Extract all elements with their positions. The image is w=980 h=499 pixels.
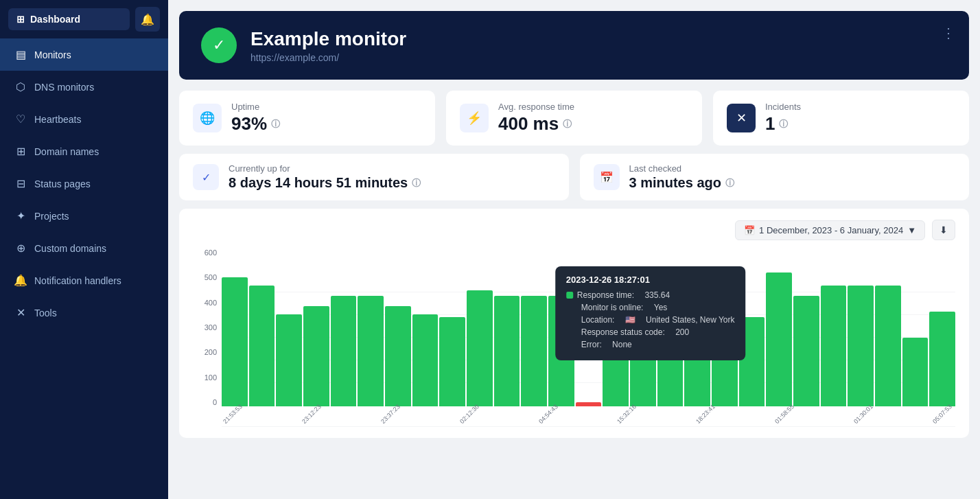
chart-bar[interactable]	[467, 290, 493, 406]
y-label: 0	[193, 398, 217, 406]
last-checked-card: 📅 Last checked 3 minutes ago ⓘ	[580, 154, 970, 200]
sidebar-item-label: Heartbeats	[34, 114, 81, 125]
monitor-header: ✓ Example monitor https://example.com/ ⋮	[179, 11, 969, 80]
dashboard-icon: ⊞	[16, 14, 25, 25]
incidents-value: 1 ⓘ	[765, 113, 801, 135]
last-checked-info: Last checked 3 minutes ago ⓘ	[629, 163, 734, 191]
chart-bar[interactable]	[848, 286, 874, 406]
chart-bar[interactable]	[276, 314, 302, 406]
download-button[interactable]: ⬇	[932, 220, 955, 240]
chart-bar[interactable]	[766, 272, 792, 407]
chart-bar[interactable]	[412, 314, 439, 406]
download-icon: ⬇	[940, 224, 948, 235]
sidebar-item-label: Tools	[34, 307, 57, 318]
uptime-info-icon[interactable]: ⓘ	[271, 118, 280, 130]
chart-bar[interactable]	[521, 296, 547, 406]
dashboard-label: Dashboard	[30, 14, 80, 25]
projects-icon: ✦	[14, 209, 27, 222]
chart-bar[interactable]	[657, 296, 684, 406]
bell-icon: 🔔	[141, 13, 154, 26]
avg-response-label: Avg. response time	[498, 102, 574, 112]
monitor-status-icon: ✓	[201, 27, 237, 63]
chart-bar[interactable]	[902, 338, 929, 406]
chart-bar[interactable]	[494, 296, 520, 406]
close-circle-icon: ✕	[727, 104, 756, 132]
notification-bell-button[interactable]: 🔔	[135, 7, 160, 32]
chart-bar[interactable]	[576, 402, 602, 406]
sidebar-item-dns-monitors[interactable]: ⬡ DNS monitors	[0, 71, 168, 103]
date-range-label: 1 December, 2023 - 6 January, 2024	[759, 225, 903, 235]
chart-bar[interactable]	[712, 306, 738, 406]
avg-response-value: 400 ms ⓘ	[498, 113, 574, 135]
chart-bar[interactable]	[331, 296, 357, 406]
chart-bar[interactable]	[630, 320, 656, 407]
sidebar-item-heartbeats[interactable]: ♡ Heartbeats	[0, 103, 168, 135]
chart-toolbar: 📅 1 December, 2023 - 6 January, 2024 ▼ ⬇	[193, 220, 955, 240]
notification-icon: 🔔	[14, 274, 27, 287]
chevron-down-icon: ▼	[907, 225, 916, 235]
y-label: 200	[193, 348, 217, 356]
incidents-label: Incidents	[765, 102, 801, 112]
status-pages-icon: ⊟	[14, 177, 27, 190]
sidebar-item-monitors[interactable]: ▤ Monitors	[0, 38, 168, 71]
sidebar-item-label: Notification handlers	[34, 275, 121, 286]
chart-bar[interactable]	[303, 306, 329, 406]
chart-bar[interactable]	[875, 286, 901, 406]
sidebar-item-label: Monitors	[34, 49, 71, 60]
sidebar-item-notification-handlers[interactable]: 🔔 Notification handlers	[0, 264, 168, 297]
sidebar-item-status-pages[interactable]: ⊟ Status pages	[0, 167, 168, 200]
chart-section: 📅 1 December, 2023 - 6 January, 2024 ▼ ⬇…	[179, 209, 969, 438]
sidebar-item-label: DNS monitors	[34, 82, 94, 93]
main-content: ✓ Example monitor https://example.com/ ⋮…	[168, 0, 980, 499]
chart-bar[interactable]	[222, 277, 248, 406]
heartbeats-icon: ♡	[14, 113, 27, 126]
checkmark-icon: ✓	[193, 164, 219, 190]
response-info-icon[interactable]: ⓘ	[563, 118, 572, 130]
chart-bar[interactable]	[684, 296, 710, 406]
sidebar-item-projects[interactable]: ✦ Projects	[0, 200, 168, 232]
currently-up-card: ✓ Currently up for 8 days 14 hours 51 mi…	[179, 154, 569, 200]
y-label: 400	[193, 299, 217, 307]
uptime-card: 🌐 Uptime 93% ⓘ	[179, 91, 435, 146]
currently-up-info: Currently up for 8 days 14 hours 51 minu…	[229, 163, 421, 191]
y-label: 100	[193, 373, 217, 382]
uptime-info: Uptime 93% ⓘ	[231, 102, 280, 135]
chart-bar[interactable]	[821, 286, 847, 406]
custom-domains-icon: ⊕	[14, 242, 27, 255]
sidebar-item-label: Custom domains	[34, 243, 106, 254]
monitor-menu-button[interactable]: ⋮	[942, 25, 955, 41]
uptime-label: Uptime	[231, 102, 280, 112]
dashboard-nav-item[interactable]: ⊞ Dashboard	[8, 8, 130, 30]
chart-bar[interactable]	[358, 296, 384, 406]
chart-bar[interactable]	[385, 306, 411, 406]
incidents-info: Incidents 1 ⓘ	[765, 102, 801, 135]
globe-icon: 🌐	[193, 104, 222, 132]
chart-bar[interactable]	[249, 286, 275, 406]
sidebar-item-label: Projects	[34, 211, 69, 222]
checked-info-icon[interactable]: ⓘ	[725, 177, 734, 189]
monitors-icon: ▤	[14, 48, 27, 61]
calendar-icon: 📅	[594, 164, 620, 190]
chart-x-axis: 21:53:5323:12:2323:37:2302:12:3004:54:43…	[222, 420, 955, 427]
response-time-card: ⚡ Avg. response time 400 ms ⓘ	[446, 91, 702, 146]
chart-bar[interactable]	[929, 312, 955, 406]
chart-bar[interactable]	[603, 296, 629, 406]
sidebar-item-tools[interactable]: ✕ Tools	[0, 297, 168, 329]
chart-bar[interactable]	[439, 317, 465, 406]
sidebar-item-custom-domains[interactable]: ⊕ Custom domains	[0, 232, 168, 264]
date-range-button[interactable]: 📅 1 December, 2023 - 6 January, 2024 ▼	[735, 220, 925, 240]
response-info: Avg. response time 400 ms ⓘ	[498, 102, 574, 135]
dns-icon: ⬡	[14, 80, 27, 93]
chart-bar[interactable]	[548, 296, 574, 406]
stats-row: 🌐 Uptime 93% ⓘ ⚡ Avg. response time 400 …	[168, 80, 980, 146]
chart-bar[interactable]	[793, 296, 819, 406]
last-checked-label: Last checked	[629, 163, 734, 174]
incidents-info-icon[interactable]: ⓘ	[779, 118, 788, 130]
domain-icon: ⊞	[14, 145, 27, 158]
last-checked-value: 3 minutes ago ⓘ	[629, 175, 734, 191]
currently-up-value: 8 days 14 hours 51 minutes ⓘ	[229, 175, 421, 191]
monitor-title: Example monitor	[250, 28, 406, 50]
sidebar-item-domain-names[interactable]: ⊞ Domain names	[0, 135, 168, 167]
up-info-icon[interactable]: ⓘ	[412, 177, 421, 189]
chart-bar[interactable]	[739, 317, 765, 406]
